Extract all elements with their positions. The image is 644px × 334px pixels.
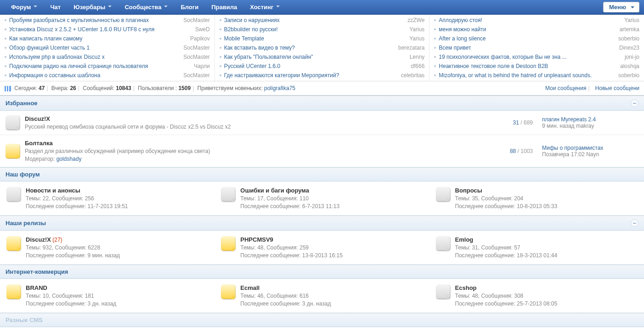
forum-lastpost: Последнее сообщение: 18-3-2013 01:44 xyxy=(455,252,638,259)
recent-link[interactable]: Подключаем радио на личной странице поль… xyxy=(9,63,190,69)
bullet-icon xyxy=(434,65,436,67)
recent-author: df666 xyxy=(411,63,424,69)
forum-title-link[interactable]: Новости и анонсы xyxy=(26,187,80,194)
recent-row: Mizofoniya, or what is behind the hatred… xyxy=(429,71,644,80)
forum-cell: Ошибки и баги форума Темы: 17, Сообщения… xyxy=(215,181,429,215)
forum-title-link[interactable]: Ecmall xyxy=(240,284,260,291)
recent-row: Как написать плагин самомуPapikov xyxy=(0,34,215,43)
stat-newuser-link[interactable]: poligrafika75 xyxy=(264,85,295,91)
lastpost-link[interactable]: Мифы о программистах xyxy=(542,145,638,151)
forum-lastpost: Последнее сообщение: 3 дн. назад xyxy=(26,300,208,307)
recent-link[interactable]: Как написать плагин самому xyxy=(9,35,186,42)
forum-title-link[interactable]: Ecshop xyxy=(455,284,477,291)
lastpost-link[interactable]: плагин Myrepeats 2.4 xyxy=(542,116,638,123)
recent-link[interactable]: Mizofoniya, or what is behind the hatred… xyxy=(439,72,615,79)
forum-desc: Раздел для различных обсуждений (наприме… xyxy=(25,148,469,154)
recent-link[interactable]: Записи о нарушениях xyxy=(224,17,404,23)
bullet-icon xyxy=(434,28,436,30)
stats-bar: Сегодня: 47| Вчера: 26| Сообщений: 10843… xyxy=(0,81,644,96)
stat-posts-label: Сообщений: xyxy=(83,85,114,91)
recent-link[interactable]: Русский UCenter 1.6.0 xyxy=(224,63,407,69)
nav-hosting[interactable]: Хостинг xyxy=(243,0,286,15)
forum-title-link[interactable]: Emlog xyxy=(455,236,474,243)
nav-forum[interactable]: Форум xyxy=(5,0,44,15)
collapse-icon[interactable] xyxy=(631,99,638,107)
forum-cell: Discuz!X (27)Темы: 932, Сообщения: 6228П… xyxy=(0,231,215,264)
stats-right: Мои сообщения|Новые сообщени xyxy=(542,85,639,91)
forum-sub: Темы: 48, Сообщения: 308 xyxy=(455,293,638,299)
bullet-icon xyxy=(434,74,436,76)
new-posts-link[interactable]: Новые сообщени xyxy=(595,85,639,91)
recent-author: zzZWe xyxy=(407,17,424,23)
forum-icon xyxy=(6,187,21,202)
recent-author: Lenny xyxy=(410,54,425,60)
forum-info: Discuz!X (27)Темы: 932, Сообщения: 6228П… xyxy=(26,236,208,259)
nav-userbars[interactable]: Юзербары xyxy=(67,0,118,15)
menu-button[interactable]: Меню xyxy=(603,2,639,12)
forum-sub: Темы: 10, Сообщения: 181 xyxy=(26,293,208,299)
stat-users-label: Пользователи : xyxy=(138,85,177,91)
recent-link[interactable]: Установка Discuz x 2.5.2 + UCenter 1.6.0… xyxy=(9,26,192,33)
forum-topics: 88 xyxy=(510,148,516,154)
nav-blogs[interactable]: Блоги xyxy=(174,0,205,15)
bullet-icon xyxy=(220,38,221,40)
recent-link[interactable]: Всем привет xyxy=(439,45,616,51)
recent-link[interactable]: Обзор функций Ucenter часть 1 xyxy=(9,45,180,51)
forum-title-link[interactable]: Вопросы xyxy=(455,187,482,194)
forum-sub: Темы: 31, Сообщения: 57 xyxy=(455,244,638,251)
recent-link[interactable]: Где настраиваются категории Мероприятий? xyxy=(224,72,397,79)
forum-icon xyxy=(6,144,20,159)
nav-chat[interactable]: Чат xyxy=(44,0,67,15)
recent-link[interactable]: Как убрать "Пользователи онлайн" xyxy=(224,54,406,60)
main-nav: Форум Чат Юзербары Сообщества Блоги Прав… xyxy=(5,0,286,15)
recent-row: Неактивное текстовое поле в Destoon B2Ba… xyxy=(429,62,644,71)
forum-cell: PHPCMSV9 Темы: 48, Сообщения: 259Последн… xyxy=(215,231,429,264)
recent-author: SweD xyxy=(195,26,210,33)
forum-info: Новости и анонсы Темы: 22, Сообщения: 25… xyxy=(26,187,208,209)
forum-title-link[interactable]: Болталка xyxy=(25,140,53,147)
recent-link[interactable]: Как вставить видео в тему? xyxy=(224,45,395,51)
forum-icon xyxy=(6,284,21,299)
forum-title-link[interactable]: PHPCMSV9 xyxy=(240,236,273,243)
nav-communities[interactable]: Сообщества xyxy=(118,0,174,15)
recent-link[interactable]: Неактивное текстовое поле в Destoon B2B xyxy=(439,63,616,69)
my-posts-link[interactable]: Мои сообщения xyxy=(545,85,586,91)
recent-author: soberbio xyxy=(618,35,639,42)
recent-link[interactable]: After a long silence xyxy=(439,35,615,42)
recent-link[interactable]: B2bbuilder по русски! xyxy=(224,26,406,33)
recent-row: Подключаем радио на личной странице поль… xyxy=(0,62,215,71)
recent-link[interactable]: Пробуем разобраться с мультиязычностью в… xyxy=(9,17,180,23)
recent-link[interactable]: меня можно найти xyxy=(439,26,616,33)
stat-posts: 10843 xyxy=(116,85,131,91)
nav-rules[interactable]: Правила xyxy=(205,0,243,15)
category-our-forum: Наш форум xyxy=(0,167,644,181)
bullet-icon xyxy=(5,38,6,40)
category-title: Разные CMS xyxy=(6,317,43,323)
recent-row: Как вставить видео в тему?berezatara xyxy=(215,43,429,52)
category-title: Избранное xyxy=(6,100,38,107)
mod-link[interactable]: goldshady xyxy=(56,156,82,162)
recent-row: Аплодирую стоя!Yarius xyxy=(429,16,644,25)
forum-info: Ошибки и баги форума Темы: 17, Сообщения… xyxy=(240,187,423,209)
forum-title-link[interactable]: Ошибки и баги форума xyxy=(240,187,309,194)
recent-link[interactable]: Аплодирую стоя! xyxy=(439,17,621,23)
forum-info: BRAND Темы: 10, Сообщения: 181Последнее … xyxy=(26,284,208,307)
recent-link[interactable]: Mobile Template xyxy=(224,35,406,42)
stat-today-label: Сегодня: xyxy=(14,85,37,91)
recent-columns: Пробуем разобраться с мультиязычностью в… xyxy=(0,15,644,81)
bullet-icon xyxy=(434,56,436,58)
recent-row: Русский UCenter 1.6.0df666 xyxy=(215,62,429,71)
recent-link[interactable]: Информация о составных шаблона xyxy=(9,72,180,79)
recent-link[interactable]: Используем php в шаблонах Discuz x xyxy=(9,54,180,60)
forum-icon xyxy=(221,187,236,202)
forum-info: Ecmall Темы: 46, Сообщения: 616Последнее… xyxy=(240,284,423,307)
forum-cell: Новости и анонсы Темы: 22, Сообщения: 25… xyxy=(0,181,215,215)
recent-author: SocMaster xyxy=(183,72,209,79)
recent-link[interactable]: 19 психологических фактов, которые Вы не… xyxy=(439,54,621,60)
collapse-icon[interactable] xyxy=(631,219,638,227)
forum-title-link[interactable]: Discuz!X xyxy=(26,236,51,243)
forum-title-link[interactable]: BRAND xyxy=(26,284,47,291)
recent-author: berezatara xyxy=(398,45,424,51)
forum-main: Болталка Раздел для различных обсуждений… xyxy=(25,140,469,162)
forum-title-link[interactable]: Discuz!X xyxy=(25,115,50,122)
